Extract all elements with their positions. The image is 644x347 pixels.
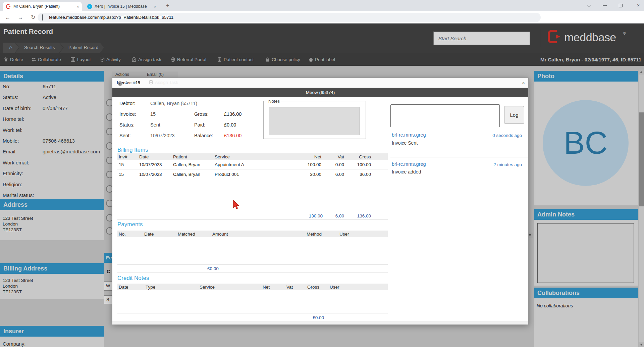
log-divider xyxy=(390,157,528,157)
paid-value: £0.00 xyxy=(224,122,236,128)
log-action: Invoice added xyxy=(392,169,421,175)
gross-label: Gross: xyxy=(194,111,209,117)
billing-item-row[interactable]: 15 10/07/2023 Callen, Bryan Appointment … xyxy=(117,160,388,169)
notes-label: Notes xyxy=(267,99,281,104)
meddbase-page: Patient Record meddbase ® ⌂ Search Resul… xyxy=(0,23,644,347)
cell-patient: Callen, Bryan xyxy=(172,169,213,179)
cell-date: 10/07/2023 xyxy=(138,160,172,169)
cell-service: Product 001 xyxy=(213,169,284,179)
sent-label: Sent: xyxy=(119,133,131,138)
browser-tab-xero[interactable]: x Xero | Invoice 15 | Meddbase Tra × xyxy=(84,2,159,11)
credit-notes-table: Date Type Service Net Vat Gross User xyxy=(117,284,388,290)
invoice-label: Invoice: xyxy=(119,111,136,117)
forward-icon[interactable]: → xyxy=(15,11,25,23)
window-chevron-icon[interactable] xyxy=(587,3,591,7)
total-vat: 6.00 xyxy=(335,212,344,220)
meddbase-favicon-icon xyxy=(6,4,11,9)
debtor-value: Callen, Bryan (65711) xyxy=(150,101,197,106)
cell-gross: 36.00 xyxy=(345,169,372,179)
browser-tab-strip: Mr Callen, Bryan (Patient) × x Xero | In… xyxy=(0,0,644,11)
refresh-icon[interactable]: ↻ xyxy=(28,11,38,23)
col-gross: Gross xyxy=(294,284,321,290)
balance-value: £136.00 xyxy=(224,133,241,138)
cell-inv: 15 xyxy=(117,160,138,169)
window-restore-button[interactable] xyxy=(619,4,623,7)
billing-items-totals-row: 130.00 6.00 136.00 xyxy=(117,212,388,220)
payments-total-row: £0.00 xyxy=(117,264,388,272)
notes-box[interactable] xyxy=(269,107,360,135)
billing-items-heading: Billing Items xyxy=(117,147,148,153)
billing-items-header-row: Inv# Date Patient Service Net Vat Gross xyxy=(117,153,388,160)
window-minimize-button[interactable] xyxy=(603,5,607,6)
cell-patient: Callen, Bryan xyxy=(172,160,213,169)
total-gross: 136.00 xyxy=(357,212,371,220)
modal-footer-strip xyxy=(112,321,528,325)
modal-close-icon[interactable]: × xyxy=(522,78,525,88)
actions-icon: ▸ xyxy=(118,81,122,86)
col-inv: Inv# xyxy=(117,153,138,160)
col-gross: Gross xyxy=(345,153,372,160)
gross-value: £136.00 xyxy=(224,111,241,117)
tab-close-icon[interactable]: × xyxy=(76,2,79,11)
col-vat: Vat xyxy=(323,153,345,160)
paid-label: Paid: xyxy=(194,122,205,128)
col-service: Service xyxy=(213,153,284,160)
log-input[interactable] xyxy=(390,104,500,127)
invoice-heading: Meow (65374) xyxy=(112,88,528,97)
xero-favicon-icon: x xyxy=(87,4,92,9)
col-service: Service xyxy=(198,284,247,290)
payments-total: £0.00 xyxy=(207,265,219,273)
cell-filler xyxy=(372,169,388,179)
sent-value: 10/07/2023 xyxy=(150,133,175,138)
billing-item-row[interactable]: 15 10/07/2023 Callen, Bryan Product 001 … xyxy=(117,169,388,179)
assign-task-button[interactable]: Assign Task xyxy=(149,78,178,87)
balance-label: Balance: xyxy=(194,133,213,138)
col-date: Date xyxy=(117,284,144,290)
billing-items-table: Inv# Date Patient Service Net Vat Gross … xyxy=(117,153,388,179)
cell-date: 10/07/2023 xyxy=(138,169,172,179)
col-type: Type xyxy=(144,284,198,290)
col-date: Date xyxy=(138,153,172,160)
credit-notes-total: £0.00 xyxy=(313,313,324,322)
address-bar[interactable]: featuree.meddbase.com/nmp.aspx?p=Patient… xyxy=(38,13,541,22)
log-user-link[interactable]: brl-rc.mms.greg xyxy=(392,161,426,167)
cell-service: Appointment A xyxy=(213,160,284,169)
cell-inv: 15 xyxy=(117,169,138,179)
lock-icon xyxy=(42,15,46,20)
assign-task-label: Assign Task xyxy=(155,80,178,85)
credit-notes-heading: Credit Notes xyxy=(117,275,149,282)
col-net: Net xyxy=(247,284,271,290)
browser-tab-patient[interactable]: Mr Callen, Bryan (Patient) × xyxy=(3,2,82,11)
browser-url-row: ← → ↻ featuree.meddbase.com/nmp.aspx?p=P… xyxy=(0,11,644,23)
log-button[interactable]: Log xyxy=(504,106,524,124)
tab-close-icon[interactable]: × xyxy=(154,2,156,11)
cell-net: 100.00 xyxy=(284,160,323,169)
credit-notes-total-row: £0.00 xyxy=(117,313,388,322)
payments-header-row: No. Date Matched Amount Method User xyxy=(117,231,388,237)
cell-vat: 0.00 xyxy=(323,160,345,169)
cell-net: 30.00 xyxy=(284,169,323,179)
url-text: featuree.meddbase.com/nmp.aspx?p=Patient… xyxy=(49,13,173,22)
tab-title: Xero | Invoice 15 | Meddbase Tra xyxy=(95,2,148,11)
col-user: User xyxy=(321,284,388,290)
col-net: Net xyxy=(284,153,323,160)
clipboard-check-icon xyxy=(149,80,153,85)
log-time: 0 seconds ago xyxy=(492,133,522,138)
back-icon[interactable]: ← xyxy=(3,11,13,23)
window-close-button[interactable]: × xyxy=(633,0,643,11)
col-vat: Vat xyxy=(271,284,294,290)
credit-notes-header-row: Date Type Service Net Vat Gross User xyxy=(117,284,388,290)
log-user-link[interactable]: brl-rc.mms.greg xyxy=(392,132,426,138)
cell-gross: 100.00 xyxy=(345,160,372,169)
new-tab-button[interactable]: + xyxy=(164,2,172,10)
actions-label: Actions xyxy=(124,80,139,85)
mouse-cursor xyxy=(232,200,240,209)
col-date: Date xyxy=(143,231,176,237)
payments-heading: Payments xyxy=(117,221,143,228)
actions-button[interactable]: ▸Actions xyxy=(118,78,139,87)
status-label: Status: xyxy=(119,122,135,128)
log-action: Invoice Sent xyxy=(392,140,418,146)
col-matched: Matched xyxy=(176,231,211,237)
cell-filler xyxy=(372,160,388,169)
col-user: User xyxy=(338,231,388,237)
